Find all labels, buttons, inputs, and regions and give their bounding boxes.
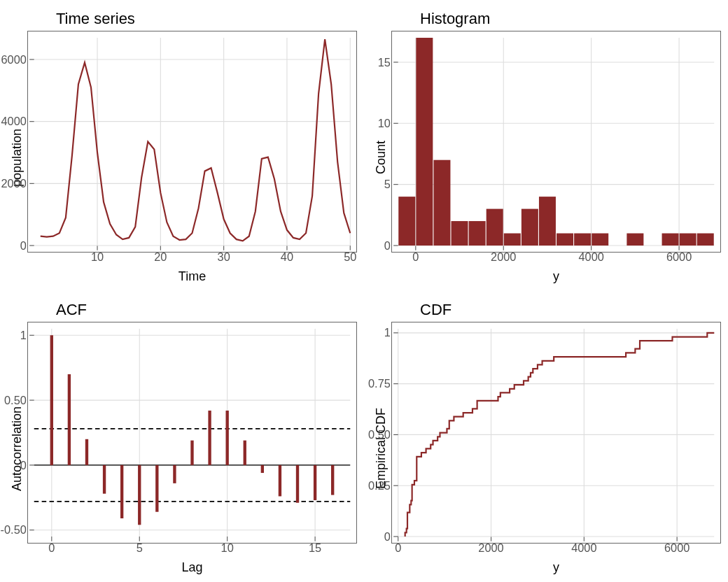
svg-text:15: 15: [378, 55, 391, 69]
svg-text:2000: 2000: [478, 541, 503, 555]
svg-text:10: 10: [91, 250, 104, 264]
svg-text:15: 15: [309, 541, 321, 555]
svg-text:30: 30: [218, 250, 230, 264]
svg-rect-56: [486, 209, 503, 246]
svg-rect-60: [556, 234, 573, 246]
svg-rect-54: [451, 221, 468, 246]
chart-grid: Time series population 10203040500200040…: [0, 0, 728, 582]
svg-rect-57: [504, 234, 521, 246]
svg-rect-64: [662, 234, 679, 246]
svg-rect-65: [680, 234, 696, 246]
svg-rect-51: [398, 197, 415, 246]
plot-area-timeseries: 10203040500200040006000: [27, 31, 357, 253]
chart-title: Histogram: [420, 10, 721, 28]
panel-cdf: CDF Empirical CDF 020004000600000.250.50…: [371, 298, 721, 575]
plot-area-cdf: 020004000600000.250.500.751: [391, 322, 721, 544]
svg-text:0: 0: [384, 530, 391, 543]
svg-rect-59: [539, 197, 556, 246]
svg-text:0: 0: [395, 541, 401, 555]
svg-text:10: 10: [221, 541, 234, 555]
svg-text:4000: 4000: [571, 541, 596, 555]
svg-rect-63: [626, 234, 643, 246]
svg-text:0.50: 0.50: [368, 428, 391, 441]
svg-text:0: 0: [384, 239, 391, 252]
svg-text:0: 0: [20, 458, 27, 471]
svg-rect-66: [697, 234, 714, 246]
svg-text:5: 5: [384, 178, 391, 191]
svg-text:0.75: 0.75: [368, 377, 391, 390]
svg-text:2000: 2000: [1, 177, 26, 190]
plot-area-acf: 051015-0.5000.501: [27, 322, 357, 544]
svg-text:0: 0: [20, 239, 27, 252]
svg-text:40: 40: [281, 250, 293, 264]
y-axis-label: Autocorrelation: [7, 322, 27, 575]
chart-title: Time series: [56, 10, 357, 28]
svg-text:0.50: 0.50: [4, 393, 27, 406]
panel-histogram: Histogram Count 0200040006000051015 y: [371, 7, 721, 284]
panel-acf: ACF Autocorrelation 051015-0.5000.501 La…: [7, 298, 357, 575]
x-axis-label: Time: [27, 253, 357, 284]
svg-text:1: 1: [384, 326, 391, 339]
svg-text:5: 5: [136, 541, 143, 555]
svg-text:0: 0: [412, 250, 419, 264]
svg-text:20: 20: [154, 250, 167, 264]
x-axis-label: Lag: [27, 544, 357, 575]
svg-rect-61: [574, 234, 591, 246]
svg-rect-55: [469, 221, 486, 246]
chart-title: ACF: [56, 301, 357, 319]
svg-text:4000: 4000: [578, 250, 603, 264]
svg-rect-52: [416, 38, 433, 246]
svg-text:6000: 6000: [666, 250, 692, 264]
svg-text:1: 1: [20, 329, 27, 342]
svg-text:-0.50: -0.50: [1, 523, 27, 537]
svg-text:6000: 6000: [664, 541, 690, 555]
svg-text:2000: 2000: [491, 250, 516, 264]
svg-text:4000: 4000: [1, 115, 26, 128]
svg-text:50: 50: [344, 250, 356, 264]
svg-rect-53: [433, 160, 450, 246]
svg-text:6000: 6000: [1, 52, 26, 66]
svg-text:10: 10: [378, 117, 391, 130]
svg-text:0: 0: [48, 541, 55, 555]
panel-timeseries: Time series population 10203040500200040…: [7, 7, 357, 284]
svg-rect-58: [522, 209, 538, 246]
svg-text:0.25: 0.25: [368, 479, 391, 492]
plot-area-histogram: 0200040006000051015: [391, 31, 721, 253]
svg-rect-62: [592, 234, 608, 246]
chart-title: CDF: [420, 301, 721, 319]
